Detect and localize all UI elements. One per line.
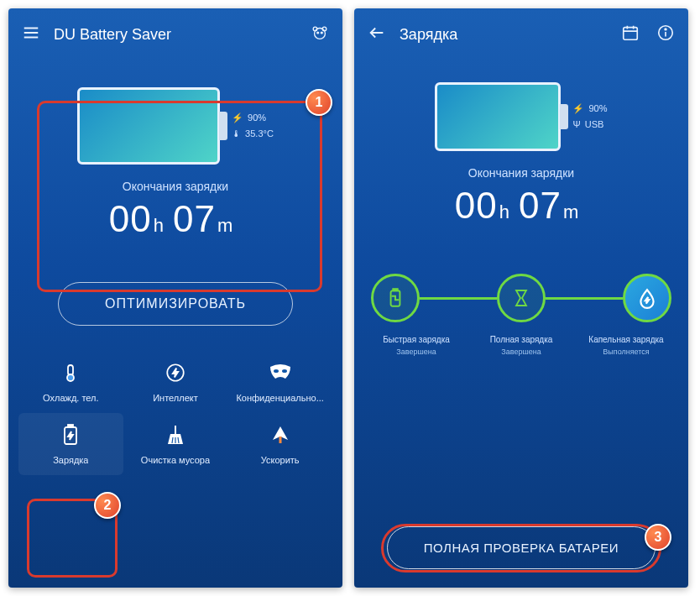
- unit-m: m: [217, 215, 233, 236]
- grid-intellect[interactable]: Интеллект: [123, 351, 228, 413]
- countdown: 00h07m: [354, 185, 688, 227]
- svg-point-6: [317, 32, 319, 34]
- svg-rect-14: [68, 425, 73, 427]
- stage-title: Капельная зарядка: [588, 335, 663, 344]
- battery-body: [77, 87, 220, 165]
- battery-visual: ⚡90% ΨUSB: [354, 82, 688, 151]
- grid-label: Очистка мусора: [141, 455, 210, 465]
- feature-grid: Охлажд. тел. Интеллект Конфиденциально..…: [8, 351, 342, 475]
- optimize-button[interactable]: ОПТИМИЗИРОВАТЬ: [58, 282, 293, 326]
- time-minutes: 07: [519, 185, 562, 226]
- bolt-icon: ⚡: [232, 110, 243, 126]
- broom-icon: [165, 423, 185, 447]
- battery-percent: 90%: [588, 101, 607, 117]
- annotation-marker-3: 3: [645, 524, 671, 551]
- svg-rect-28: [393, 289, 397, 290]
- battery-stats: ⚡90% ΨUSB: [572, 101, 607, 132]
- bolt-circle-icon: [165, 361, 186, 384]
- topbar: Зарядка: [354, 8, 688, 54]
- grid-cooling[interactable]: Охлажд. тел.: [18, 351, 123, 413]
- grid-label: Конфиденциально...: [236, 393, 323, 403]
- usb-icon: Ψ: [572, 117, 580, 133]
- time-minutes: 07: [173, 198, 216, 239]
- grid-privacy[interactable]: Конфиденциально...: [227, 351, 332, 413]
- charge-stages: [371, 274, 671, 322]
- time-hours: 00: [109, 198, 152, 239]
- svg-point-7: [321, 32, 322, 34]
- full-check-button[interactable]: ПОЛНАЯ ПРОВЕРКА БАТАРЕИ: [387, 526, 656, 569]
- battery-icon: [62, 423, 79, 447]
- phone-screenshot-right: Зарядка ⚡90% ΨUSB Окончания зарядки 00h0…: [354, 8, 688, 588]
- annotation-marker-2: 2: [94, 492, 121, 519]
- svg-point-3: [315, 29, 326, 39]
- rocket-icon: [269, 423, 291, 447]
- grid-boost[interactable]: Ускорить: [227, 413, 332, 475]
- battery-visual: ⚡90% 🌡35.3°C: [8, 87, 342, 165]
- battery-percent: 90%: [248, 110, 266, 126]
- grid-label: Охлажд. тел.: [43, 393, 99, 403]
- battery-stats: ⚡90% 🌡35.3°C: [232, 110, 274, 141]
- unit-m: m: [563, 201, 579, 222]
- svg-point-26: [665, 29, 666, 30]
- charge-end-label: Окончания зарядки: [354, 166, 688, 180]
- back-icon[interactable]: [368, 24, 386, 45]
- unit-h: h: [499, 201, 510, 222]
- grid-label: Зарядка: [53, 455, 88, 465]
- grid-label: Интеллект: [153, 393, 198, 403]
- stage-status: Завершена: [396, 348, 436, 356]
- svg-rect-20: [624, 28, 638, 40]
- stage-full: [497, 274, 546, 322]
- svg-point-12: [282, 369, 287, 373]
- grid-clean[interactable]: Очистка мусора: [123, 413, 228, 475]
- menu-icon[interactable]: [22, 24, 40, 45]
- stage-fast: [371, 274, 420, 322]
- grid-label: Ускорить: [261, 455, 300, 465]
- svg-rect-15: [175, 426, 176, 434]
- phone-screenshot-left: DU Battery Saver ⚡90% 🌡35.3°C Окончания …: [8, 8, 342, 588]
- calendar-icon[interactable]: [621, 24, 640, 45]
- svg-point-9: [67, 374, 74, 381]
- charge-end-label: Окончания зарядки: [8, 180, 342, 193]
- thermometer-icon: 🌡: [232, 126, 241, 142]
- time-hours: 00: [455, 185, 498, 226]
- mask-icon: [269, 361, 292, 384]
- thermometer-icon: [60, 361, 81, 384]
- stage-status: Завершена: [501, 348, 541, 356]
- stage-labels: Быстрая зарядкаЗавершена Полная зарядкаЗ…: [354, 334, 688, 358]
- stage-status: Выполняется: [603, 348, 649, 356]
- bear-icon[interactable]: [311, 24, 329, 45]
- unit-h: h: [154, 215, 165, 236]
- bolt-icon: ⚡: [572, 101, 584, 117]
- app-title: DU Battery Saver: [54, 26, 297, 44]
- battery-source: USB: [585, 117, 604, 133]
- topbar: DU Battery Saver: [8, 8, 342, 54]
- info-icon[interactable]: [656, 24, 675, 45]
- stage-title: Быстрая зарядка: [383, 335, 450, 344]
- page-title: Зарядка: [400, 26, 608, 44]
- battery-temp: 35.3°C: [245, 126, 274, 142]
- grid-charging[interactable]: Зарядка: [18, 413, 123, 475]
- svg-point-11: [274, 369, 279, 373]
- countdown: 00h07m: [8, 198, 342, 240]
- stage-trickle: [623, 274, 671, 322]
- annotation-marker-1: 1: [306, 89, 332, 116]
- battery-body: [435, 82, 561, 151]
- stage-title: Полная зарядка: [490, 335, 553, 344]
